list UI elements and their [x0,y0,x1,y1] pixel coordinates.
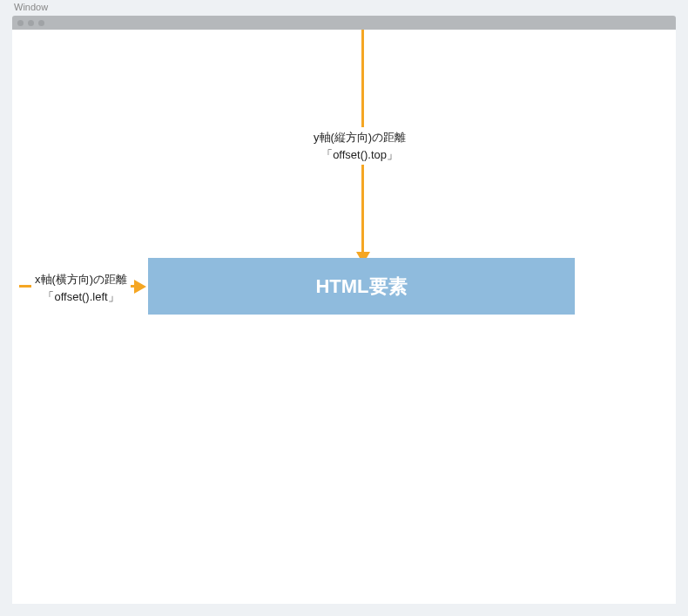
y-axis-label: y軸(縦方向)の距離 「offset().top」 [308,127,411,165]
traffic-light-minimize-icon [28,20,34,26]
traffic-light-maximize-icon [38,20,44,26]
x-axis-label-line1: x軸(横方向)の距離 [35,273,127,286]
html-element-box: HTML要素 [148,258,575,315]
window-label: Window [14,2,48,12]
traffic-light-close-icon [17,20,24,26]
y-axis-label-line1: y軸(縦方向)の距離 [314,131,406,144]
diagram-canvas: y軸(縦方向)の距離 「offset().top」 x軸(横方向)の距離 「of… [12,30,676,604]
html-element-label: HTML要素 [315,274,407,300]
x-axis-label-line2: 「offset().left」 [43,290,118,303]
x-axis-label: x軸(横方向)の距離 「offset().left」 [31,269,131,307]
x-axis-arrow-head-icon [134,280,146,294]
browser-title-bar [12,16,676,30]
y-axis-label-line2: 「offset().top」 [321,148,398,161]
